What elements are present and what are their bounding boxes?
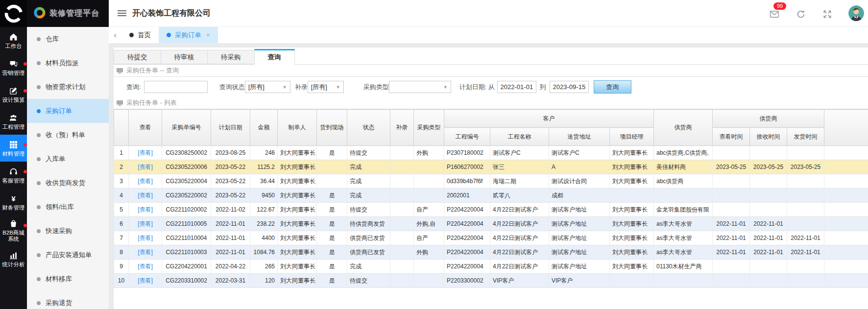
status-label: 查询状态 bbox=[219, 83, 245, 92]
tab-purchase-orders[interactable]: 采购订单 × bbox=[159, 27, 218, 43]
rail-item[interactable]: 材料管理 bbox=[0, 135, 27, 162]
cell: 是 bbox=[317, 146, 347, 160]
table-row[interactable]: 7[查看]CG22110100042022-11-014400刘大同董事长是供货… bbox=[114, 231, 868, 245]
view-link[interactable]: [查看] bbox=[138, 249, 153, 256]
table-row[interactable]: 9[查看]CG22042200012022-04-22265刘大同董事长是完成P… bbox=[114, 260, 868, 274]
view-link[interactable]: [查看] bbox=[138, 192, 153, 199]
refresh-button[interactable] bbox=[796, 8, 806, 18]
tabs-scroll-left-icon[interactable]: ‹ bbox=[109, 27, 121, 43]
subtab-item[interactable]: 待审核 bbox=[161, 50, 208, 64]
submenu-item[interactable]: 材料员指派 bbox=[27, 51, 109, 75]
cell: 刘大同董事长 bbox=[610, 245, 654, 260]
cell: 246 bbox=[250, 146, 278, 160]
rail-item[interactable]: 统计分析 bbox=[0, 245, 27, 272]
search-button[interactable]: 查询 bbox=[594, 80, 631, 94]
view-link[interactable]: [查看] bbox=[138, 235, 153, 241]
chevron-down-icon: ▼ bbox=[283, 85, 287, 90]
rail-item[interactable]: 工程管理 bbox=[0, 108, 27, 135]
brand-bar: 装修管理平台 bbox=[0, 0, 109, 27]
cell bbox=[390, 274, 414, 288]
column-header: 查看 bbox=[129, 110, 162, 146]
table-row[interactable]: 8[查看]CG22110100032022-11-011084.76刘大同董事长… bbox=[114, 245, 868, 260]
status-select[interactable]: [所有] ▼ bbox=[245, 81, 290, 93]
cell: 是 bbox=[317, 217, 347, 231]
tab-home[interactable]: 首页 bbox=[121, 27, 159, 43]
cell: 2022-11-01 bbox=[211, 231, 250, 245]
view-link[interactable]: [查看] bbox=[138, 149, 153, 156]
fullscreen-button[interactable] bbox=[823, 8, 833, 18]
subtab-item[interactable]: 待采购 bbox=[207, 50, 255, 64]
submenu-item[interactable]: 物资需求计划 bbox=[27, 75, 109, 99]
view-link[interactable]: [查看] bbox=[138, 277, 153, 284]
submenu-item[interactable]: 收（预）料单 bbox=[27, 123, 109, 147]
subtab-item[interactable]: 待提交 bbox=[114, 50, 161, 64]
table-row[interactable]: 3[查看]CG23052200042023-05-2236.44刘大同董事长完成… bbox=[114, 174, 868, 189]
column-header: 工程名称 bbox=[490, 128, 549, 146]
cell bbox=[824, 274, 868, 288]
rail-item[interactable]: B2B商城系统 bbox=[0, 215, 27, 245]
table-row[interactable]: 2[查看]CG23052200062023-05-221125.2刘大同董事长完… bbox=[114, 160, 868, 174]
bullet-dot-icon bbox=[37, 253, 41, 257]
cell bbox=[713, 203, 750, 217]
table-row[interactable]: 1[查看]CG23082500022023-08-25246刘大同董事长是待提交… bbox=[114, 146, 868, 160]
supplement-select[interactable]: [所有] ▼ bbox=[308, 81, 344, 93]
bullet-dot-icon bbox=[37, 181, 41, 185]
submenu-item[interactable]: 入库单 bbox=[27, 147, 109, 171]
rail-item[interactable]: 客服管理 bbox=[0, 162, 27, 189]
cell bbox=[787, 189, 824, 203]
type-select[interactable]: ▼ bbox=[389, 81, 451, 93]
table-row[interactable]: 10[查看]CG22033100022022-03-31120刘大同董事长是待提… bbox=[114, 274, 868, 288]
submenu-item[interactable]: 采购退货 bbox=[27, 291, 109, 309]
column-header: 补录 bbox=[390, 110, 414, 146]
close-icon[interactable]: × bbox=[206, 31, 210, 39]
cell bbox=[824, 160, 868, 174]
cell: 4月22日测试客户 bbox=[490, 260, 549, 274]
cell bbox=[317, 174, 347, 189]
cell: 4月22日测试客户 bbox=[490, 203, 549, 217]
submenu-item[interactable]: 产品安装通知单 bbox=[27, 243, 109, 267]
submenu-item-label: 物资需求计划 bbox=[46, 83, 85, 92]
cell: 张三 bbox=[490, 160, 549, 174]
cell bbox=[390, 260, 414, 274]
table-row[interactable]: 4[查看]CG23052200022023-05-229450刘大同董事长是完成… bbox=[114, 189, 868, 203]
keyword-label: 查询: bbox=[126, 83, 141, 92]
table-row[interactable]: 6[查看]CG22110100052022-11-01238.22刘大同董事长是… bbox=[114, 217, 868, 231]
subtab-active[interactable]: 查询 bbox=[254, 49, 295, 65]
date-to-input[interactable] bbox=[550, 81, 589, 93]
cell bbox=[824, 217, 868, 231]
bullet-dot-icon bbox=[37, 61, 41, 65]
user-avatar[interactable] bbox=[848, 5, 864, 21]
menu-toggle-icon[interactable] bbox=[118, 10, 126, 17]
view-link[interactable]: [查看] bbox=[138, 164, 153, 170]
submenu-item[interactable]: 收供货商发货 bbox=[27, 171, 109, 195]
cell: 供货商已发货 bbox=[347, 245, 390, 260]
cell: 9450 bbox=[250, 189, 278, 203]
submenu-item[interactable]: 材料移库 bbox=[27, 267, 109, 291]
rail-item-label: B2B商城系统 bbox=[1, 230, 26, 242]
messages-button[interactable]: 99 bbox=[770, 8, 780, 18]
app-logo-icon[interactable] bbox=[0, 0, 27, 27]
view-link[interactable]: [查看] bbox=[138, 206, 153, 213]
expand-icon bbox=[823, 10, 832, 19]
cell: 测试客户C bbox=[549, 146, 610, 160]
view-link[interactable]: [查看] bbox=[138, 263, 153, 270]
cell: 完成 bbox=[347, 174, 390, 189]
cell: 刘大同董事长 bbox=[610, 146, 654, 160]
rail-item[interactable]: ¥财务管理 bbox=[0, 189, 27, 215]
rail-item[interactable]: 设计预算 bbox=[0, 81, 27, 108]
cell: 测试设计合同 bbox=[549, 174, 610, 189]
cell: 2023-05-25 bbox=[787, 160, 824, 174]
submenu-item[interactable]: 仓库 bbox=[27, 27, 109, 51]
date-from-input[interactable] bbox=[497, 81, 536, 93]
keyword-input[interactable] bbox=[144, 81, 208, 93]
submenu-item[interactable]: 快速采购 bbox=[27, 219, 109, 243]
submenu-item[interactable]: 领料/出库 bbox=[27, 195, 109, 219]
table-row[interactable]: 5[查看]CG22110200022022-11-02122.67刘大同董事长是… bbox=[114, 203, 868, 217]
view-link[interactable]: [查看] bbox=[138, 220, 153, 227]
view-link[interactable]: [查看] bbox=[138, 178, 153, 185]
submenu-item[interactable]: 采购订单 bbox=[27, 99, 109, 123]
cell bbox=[414, 260, 444, 274]
cell: 完成 bbox=[347, 189, 390, 203]
rail-item[interactable]: 工作台 bbox=[0, 27, 27, 54]
rail-item[interactable]: 营销管理 bbox=[0, 54, 27, 81]
